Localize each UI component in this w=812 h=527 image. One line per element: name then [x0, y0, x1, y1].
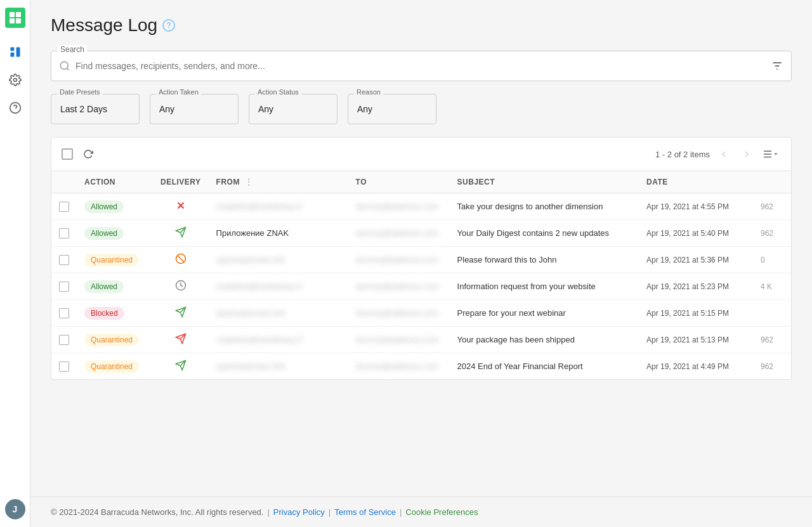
app-logo[interactable]	[5, 8, 25, 28]
svg-rect-15	[764, 151, 771, 152]
copyright-text: © 2021-2024 Barracuda Networks, Inc. All…	[51, 507, 263, 517]
row-size-6: 962	[753, 353, 791, 380]
terms-of-service-link[interactable]: Terms of Service	[334, 507, 396, 517]
view-options-button[interactable]	[761, 144, 781, 164]
column-menu-icon[interactable]: ⋮	[242, 178, 256, 186]
col-subject[interactable]: SUBJECT	[450, 171, 639, 193]
user-avatar[interactable]: J	[5, 499, 25, 519]
reason-select[interactable]: Any Spam Virus Policy	[348, 94, 436, 124]
row-delivery-6	[153, 353, 209, 380]
svg-rect-16	[764, 153, 771, 154]
row-action-1: Allowed	[77, 220, 153, 247]
pagination-info: 1 - 2 of 2 items	[655, 150, 710, 159]
row-subject-6[interactable]: 2024 End of Year Financial Report	[450, 353, 639, 380]
filter-icon[interactable]	[771, 60, 783, 72]
table-row[interactable]: Quarantined madeline@nextdotey.cf dummy@…	[51, 327, 791, 353]
table-row[interactable]: Allowed madeline@nextdotey.cf dummy@addr…	[51, 193, 791, 220]
svg-rect-5	[16, 48, 20, 57]
svg-point-7	[13, 79, 16, 82]
row-action-4: Blocked	[77, 300, 153, 327]
row-checkbox-3[interactable]	[51, 273, 77, 300]
row-size-4	[753, 300, 791, 327]
row-checkbox-4[interactable]	[51, 300, 77, 327]
search-container: Search	[51, 51, 792, 81]
sidebar-item-dashboard[interactable]	[4, 41, 27, 63]
row-checkbox-2[interactable]	[51, 247, 77, 273]
row-checkbox-0[interactable]	[51, 193, 77, 220]
action-badge-0: Allowed	[84, 200, 124, 213]
row-from-6[interactable]: spetreadomain.link	[209, 353, 348, 380]
svg-rect-2	[10, 18, 15, 23]
row-from-0[interactable]: madeline@nextdotey.cf	[209, 193, 348, 220]
row-date-6: Apr 19, 2021 at 4:49 PM	[639, 353, 753, 380]
sep1: |	[267, 507, 269, 517]
row-date-4: Apr 19, 2021 at 5:15 PM	[639, 300, 753, 327]
date-presets-filter: Date Presets Last 2 Days Last 7 Days Las…	[51, 94, 140, 124]
col-to[interactable]: TO	[348, 171, 450, 193]
row-checkbox-5[interactable]	[51, 327, 77, 353]
privacy-policy-link[interactable]: Privacy Policy	[273, 507, 325, 517]
col-delivery[interactable]: DELIVERY	[153, 171, 209, 193]
action-badge-1: Allowed	[84, 227, 124, 240]
table-row[interactable]: Blocked spetreadomain.link dummy@address…	[51, 300, 791, 327]
svg-rect-17	[764, 157, 771, 157]
col-size	[753, 171, 791, 193]
row-subject-1[interactable]: Your Daily Digest contains 2 new updates	[450, 220, 639, 247]
row-from-4[interactable]: spetreadomain.link	[209, 300, 348, 327]
message-table: ACTION DELIVERY FROM ⋮ TO SUBJECT DATE	[51, 171, 791, 379]
action-status-select[interactable]: Any Delivered Failed Pending	[249, 94, 337, 124]
sidebar-item-help[interactable]	[4, 96, 27, 119]
sidebar: J	[0, 0, 30, 527]
col-date[interactable]: DATE	[639, 171, 753, 193]
col-action[interactable]: ACTION	[77, 171, 153, 193]
row-size-3: 4 K	[753, 273, 791, 300]
row-subject-5[interactable]: Your package has been shipped	[450, 327, 639, 353]
next-page-button[interactable]	[738, 145, 756, 163]
row-from-2[interactable]: spetreadomain.link	[209, 247, 348, 273]
row-from-3[interactable]: madeline@nextdotey.cf	[209, 273, 348, 300]
select-all-checkbox[interactable]	[62, 148, 73, 160]
row-subject-0[interactable]: Take your designs to another dimension	[450, 193, 639, 220]
svg-rect-4	[10, 53, 14, 57]
page-title: Message Log	[51, 15, 157, 36]
row-to-3: dummy@address.com	[348, 273, 450, 300]
row-subject-2[interactable]: Please forward this to John	[450, 247, 639, 273]
row-size-1: 962	[753, 220, 791, 247]
row-to-1: dummy@address.com	[348, 220, 450, 247]
cookie-preferences-link[interactable]: Cookie Preferences	[405, 507, 478, 517]
row-from-1[interactable]: Приложение ZNAK	[209, 220, 348, 247]
row-date-5: Apr 19, 2021 at 5:13 PM	[639, 327, 753, 353]
action-taken-label: Action Taken	[156, 88, 201, 96]
table-card: 1 - 2 of 2 items	[51, 137, 792, 380]
table-row[interactable]: Quarantined spetreadomain.link dummy@add…	[51, 353, 791, 380]
table-row[interactable]: Allowed Приложение ZNAK dummy@address.co…	[51, 220, 791, 247]
row-date-2: Apr 19, 2021 at 5:36 PM	[639, 247, 753, 273]
content-area: Message Log ? Search Date Presets Last 2…	[30, 0, 812, 497]
row-subject-3[interactable]: Information request from your website	[450, 273, 639, 300]
row-to-6: dummy@address.com	[348, 353, 450, 380]
row-size-2: 0	[753, 247, 791, 273]
row-checkbox-6[interactable]	[51, 353, 77, 380]
page-header: Message Log ?	[51, 15, 792, 36]
help-icon[interactable]: ?	[162, 19, 175, 32]
row-to-0: dummy@address.com	[348, 193, 450, 220]
sidebar-item-settings[interactable]	[4, 68, 27, 91]
row-checkbox-1[interactable]	[51, 220, 77, 247]
svg-line-23	[177, 256, 184, 263]
col-from[interactable]: FROM ⋮	[209, 171, 348, 193]
table-row[interactable]: Quarantined spetreadomain.link dummy@add…	[51, 247, 791, 273]
prev-page-button[interactable]	[715, 145, 733, 163]
col-check	[51, 171, 77, 193]
search-input[interactable]	[75, 61, 771, 71]
table-row[interactable]: Allowed madeline@nextdotey.cf dummy@addr…	[51, 273, 791, 300]
date-presets-select[interactable]: Last 2 Days Last 7 Days Last 30 Days Cus…	[51, 94, 140, 124]
svg-rect-1	[16, 12, 21, 17]
row-delivery-3	[153, 273, 209, 300]
date-presets-label: Date Presets	[57, 88, 103, 96]
action-taken-select[interactable]: Any Allowed Blocked Quarantined	[150, 94, 239, 124]
row-from-5[interactable]: madeline@nextdotey.cf	[209, 327, 348, 353]
row-subject-4[interactable]: Prepare for your next webinar	[450, 300, 639, 327]
action-badge-2: Quarantined	[84, 254, 139, 266]
row-date-0: Apr 19, 2021 at 4:55 PM	[639, 193, 753, 220]
refresh-button[interactable]	[78, 144, 98, 164]
